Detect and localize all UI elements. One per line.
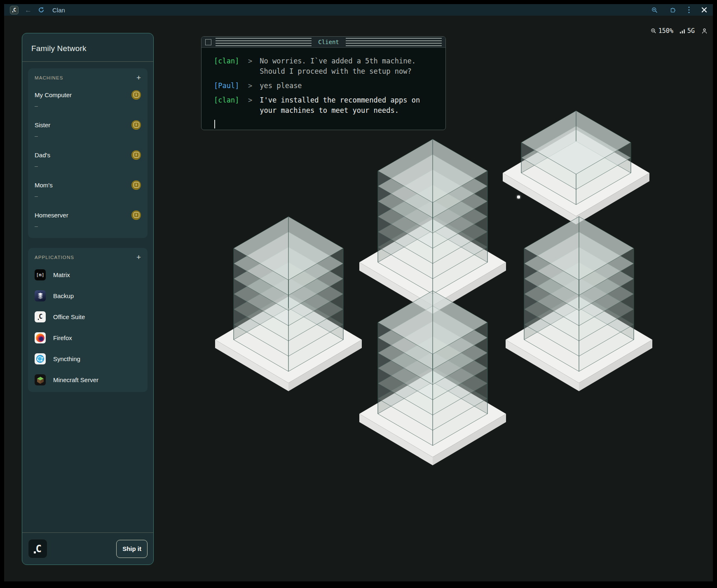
titlebar-pinstripes	[346, 38, 442, 46]
application-name: Backup	[53, 292, 74, 299]
chat-sender: [clan]	[214, 56, 239, 77]
matrix-icon: [m]	[35, 269, 46, 280]
chat-text: I've installed the recommended apps on y…	[260, 95, 426, 116]
machine-right[interactable]	[506, 217, 652, 391]
machine-warning-badge[interactable]: !	[131, 150, 141, 160]
machine-list-item[interactable]: Mom's!–	[35, 180, 141, 201]
warning-icon: !	[134, 152, 139, 158]
terminal-close-box[interactable]	[205, 39, 211, 45]
machine-list-item[interactable]: Homeserver!–	[35, 210, 141, 231]
machine-list-item[interactable]: Dad's!–	[35, 150, 141, 171]
sidebar: Family Network MACHINES + My Computer!–S…	[22, 33, 154, 565]
chat-message: [Paul]>yes please	[214, 81, 439, 91]
zoom-icon[interactable]	[651, 7, 658, 14]
applications-header: APPLICATIONS	[35, 255, 74, 260]
machine-bottom-middle[interactable]	[359, 291, 506, 465]
machine-name: Homeserver	[35, 212, 68, 219]
machine-warning-badge[interactable]: !	[131, 180, 141, 190]
machine-warning-badge[interactable]: !	[131, 210, 141, 220]
machine-warning-badge[interactable]: !	[131, 90, 141, 100]
application-list-item[interactable]: Backup	[35, 290, 141, 301]
page-title: Clan	[52, 7, 65, 14]
application-list-item[interactable]: Minecraft Server	[35, 374, 141, 385]
back-icon[interactable]: ←	[25, 7, 32, 14]
clan-logo: C	[28, 539, 47, 558]
extensions-icon[interactable]	[669, 6, 677, 14]
warning-icon: !	[134, 182, 139, 188]
network-title: Family Network	[22, 33, 153, 61]
machine-detail: –	[35, 190, 141, 201]
browser-titlebar: C ← Clan	[4, 4, 713, 16]
client-terminal-window[interactable]: Client [clan]>No worries. I`ve added a 5…	[201, 36, 446, 130]
sidebar-footer: C Ship it	[22, 532, 153, 565]
syncthing-icon	[35, 353, 46, 364]
machine-detail: –	[35, 100, 141, 111]
status-indicators: 150% 5G	[650, 27, 708, 35]
machine-list-item[interactable]: My Computer!–	[35, 90, 141, 111]
machine-detail: –	[35, 130, 141, 141]
menu-kebab-icon[interactable]	[688, 6, 690, 14]
machine-warning-badge[interactable]: !	[131, 120, 141, 130]
mouse-pointer-dot	[517, 196, 520, 198]
machine-top-right[interactable]	[503, 111, 649, 224]
machine-list-item[interactable]: Sister!–	[35, 120, 141, 141]
ship-it-button[interactable]: Ship it	[116, 540, 148, 558]
warning-icon: !	[134, 122, 139, 128]
add-application-button[interactable]: +	[136, 254, 141, 260]
chat-sender: [Paul]	[214, 81, 239, 91]
firefox-icon	[35, 332, 46, 343]
machine-name: Dad's	[35, 152, 50, 159]
machine-top-middle[interactable]	[359, 139, 506, 314]
machine-name: Sister	[35, 121, 50, 128]
machines-header: MACHINES	[35, 75, 63, 80]
minecraft-icon	[35, 374, 46, 385]
user-icon[interactable]	[701, 28, 708, 35]
application-name: Minecraft Server	[53, 376, 98, 383]
machine-name: Mom's	[35, 182, 53, 189]
terminal-title: Client	[316, 39, 342, 45]
terminal-titlebar[interactable]: Client	[202, 37, 445, 48]
machine-detail: –	[35, 160, 141, 171]
application-name: Syncthing	[53, 355, 80, 362]
application-list-item[interactable]: [m]Matrix	[35, 269, 141, 280]
network-indicator[interactable]: 5G	[680, 27, 695, 35]
add-machine-button[interactable]: +	[136, 75, 141, 81]
chat-text: No worries. I`ve added a 5th machine. Sh…	[260, 56, 426, 77]
window-frame: C ← Clan 150%	[4, 4, 713, 581]
terminal-chat-log[interactable]: [clan]>No worries. I`ve added a 5th mach…	[202, 48, 445, 130]
applications-card: APPLICATIONS + [m]MatrixBackupCOffice Su…	[28, 248, 148, 392]
backup-icon	[35, 290, 46, 301]
warning-icon: !	[134, 92, 139, 98]
network-canvas[interactable]: 150% 5G Client [clan]>No worries. I`ve a…	[4, 16, 713, 581]
titlebar-pinstripes	[216, 38, 312, 46]
application-list-item[interactable]: Syncthing	[35, 353, 141, 364]
application-list-item[interactable]: COffice Suite	[35, 311, 141, 322]
chat-message: [clan]>I've installed the recommended ap…	[214, 95, 439, 116]
warning-icon: !	[134, 212, 139, 218]
chat-message: [clan]>No worries. I`ve added a 5th mach…	[214, 56, 439, 77]
application-name: Firefox	[53, 334, 72, 341]
chat-sender: [clan]	[214, 95, 239, 116]
machine-detail: –	[35, 220, 141, 231]
network-type-value: 5G	[687, 27, 695, 35]
machine-left[interactable]	[215, 217, 362, 391]
machine-name: My Computer	[35, 91, 72, 98]
machines-card: MACHINES + My Computer!–Sister!–Dad's!–M…	[28, 68, 148, 238]
application-name: Office Suite	[53, 313, 85, 320]
chat-separator: >	[239, 95, 260, 116]
chat-text: yes please	[260, 81, 426, 91]
office-suite-icon: C	[35, 311, 46, 322]
refresh-icon[interactable]	[38, 7, 45, 13]
chat-separator: >	[239, 56, 260, 77]
application-list-item[interactable]: Firefox	[35, 332, 141, 343]
magnifier-icon	[650, 28, 657, 34]
zoom-level-indicator[interactable]: 150%	[650, 27, 673, 35]
signal-bars-icon	[680, 28, 686, 34]
terminal-caret[interactable]	[214, 120, 215, 128]
close-icon[interactable]	[701, 7, 707, 13]
zoom-level-value: 150%	[658, 27, 673, 35]
clan-app-icon: C	[10, 6, 19, 14]
chat-separator: >	[239, 81, 260, 91]
application-name: Matrix	[53, 271, 70, 278]
